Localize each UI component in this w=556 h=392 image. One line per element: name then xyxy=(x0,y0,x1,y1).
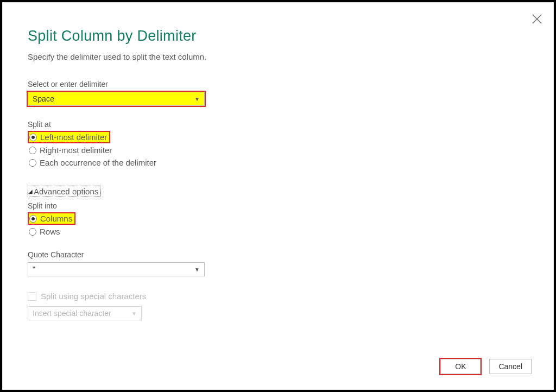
dialog-title: Split Column by Delimiter xyxy=(28,28,532,45)
split-at-left[interactable]: Left-most delimiter xyxy=(29,132,532,142)
chevron-down-icon: ▼ xyxy=(194,96,200,102)
close-button[interactable] xyxy=(530,12,544,26)
split-at-label: Split at xyxy=(28,120,532,129)
radio-icon xyxy=(29,228,36,236)
delimiter-select[interactable]: Space ▼ xyxy=(28,92,205,106)
radio-icon xyxy=(29,159,36,167)
delimiter-label: Select or enter delimiter xyxy=(28,80,532,88)
insert-special-label: Insert special character xyxy=(33,309,111,318)
quote-section: Quote Character " ▼ xyxy=(28,250,532,276)
ok-button[interactable]: OK xyxy=(440,359,481,374)
insert-special-select: Insert special character ▼ xyxy=(28,306,142,320)
cancel-button[interactable]: Cancel xyxy=(489,359,532,374)
split-at-section: Split at Left-most delimiter Right-most … xyxy=(28,120,532,167)
advanced-section: ◢ Advanced options Split into Columns Ro… xyxy=(28,186,532,320)
split-into-label: Split into xyxy=(28,201,532,210)
delimiter-value: Space xyxy=(33,94,54,103)
dialog-body: Split Column by Delimiter Specify the de… xyxy=(2,2,554,390)
ok-button-label: OK xyxy=(455,362,466,371)
caret-down-icon: ◢ xyxy=(28,188,33,194)
dialog-frame: Split Column by Delimiter Specify the de… xyxy=(0,0,556,392)
cancel-button-label: Cancel xyxy=(498,362,522,371)
chevron-down-icon: ▼ xyxy=(194,267,200,273)
checkbox-icon xyxy=(28,292,36,301)
radio-icon xyxy=(29,134,37,141)
split-at-each[interactable]: Each occurrence of the delimiter xyxy=(29,158,532,167)
advanced-options-toggle[interactable]: ◢ Advanced options xyxy=(28,186,101,197)
quote-value: " xyxy=(33,265,35,274)
dialog-footer: OK Cancel xyxy=(440,359,532,374)
split-into-rows[interactable]: Rows xyxy=(29,227,532,236)
split-into-columns-label: Columns xyxy=(40,214,72,223)
split-into-section: Split into Columns Rows xyxy=(28,201,532,236)
dialog-subtitle: Specify the delimiter used to split the … xyxy=(28,52,532,61)
radio-icon xyxy=(29,215,37,223)
split-at-right[interactable]: Right-most delimiter xyxy=(29,146,532,155)
split-into-rows-label: Rows xyxy=(40,227,60,236)
split-at-each-label: Each occurrence of the delimiter xyxy=(40,158,156,167)
split-at-radios: Left-most delimiter Right-most delimiter… xyxy=(29,132,532,167)
advanced-options-label: Advanced options xyxy=(34,187,98,196)
split-into-columns[interactable]: Columns xyxy=(29,213,532,224)
special-chars-label: Split using special characters xyxy=(41,292,146,301)
chevron-down-icon: ▼ xyxy=(131,311,137,317)
close-icon xyxy=(530,12,544,26)
quote-label: Quote Character xyxy=(28,250,532,259)
split-into-radios: Columns Rows xyxy=(29,213,532,236)
quote-select[interactable]: " ▼ xyxy=(28,262,205,276)
split-at-left-label: Left-most delimiter xyxy=(40,132,107,142)
split-at-right-label: Right-most delimiter xyxy=(40,146,112,155)
delimiter-section: Select or enter delimiter Space ▼ xyxy=(28,80,532,106)
special-chars-checkbox[interactable]: Split using special characters xyxy=(28,292,532,301)
radio-icon xyxy=(29,147,36,154)
